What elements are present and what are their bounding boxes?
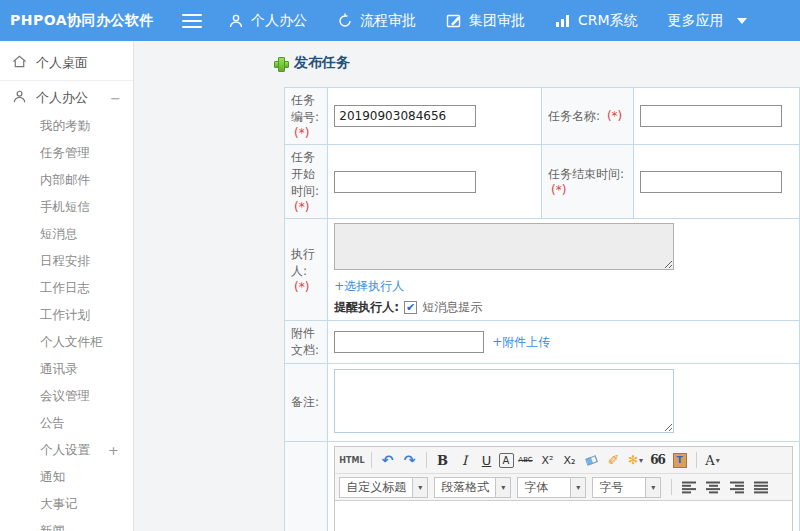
task-name-label-cell: 任务名称: (*) [542, 88, 634, 145]
sidebar-item-task-management[interactable]: 任务管理 [0, 140, 133, 167]
required-mark: (*) [294, 126, 309, 140]
sidebar-group-personal-office[interactable]: 个人办公 − [0, 83, 133, 113]
sidebar-item-personal-settings[interactable]: 个人设置 + [0, 437, 133, 464]
edit-icon [446, 13, 462, 29]
task-name-input-cell [633, 88, 799, 145]
task-name-input[interactable] [640, 105, 782, 127]
sidebar-item-short-message[interactable]: 短消息 [0, 221, 133, 248]
remark-label-cell: 备注: [285, 364, 328, 442]
nav-item-workflow-approval[interactable]: 流程审批 [337, 12, 416, 30]
chevron-down-icon: ▾ [495, 478, 510, 497]
attachment-input[interactable] [334, 331, 484, 353]
format-brush-icon[interactable]: ✐ [604, 450, 624, 470]
attachment-cell: +附件上传 [328, 321, 800, 364]
superscript-button[interactable]: X² [538, 450, 558, 470]
align-justify-icon[interactable] [750, 477, 772, 497]
description-label-cell: 任务描述: (*) [285, 442, 328, 531]
editor-toolbar-row-1: HTML ↶ ↷ B I U A ABC X² X₂ [335, 447, 792, 474]
executor-textarea[interactable] [334, 223, 674, 270]
start-time-label-cell: 任务开始时间: (*) [285, 145, 328, 219]
sidebar-item-internal-mail[interactable]: 内部邮件 [0, 167, 133, 194]
remark-textarea[interactable] [334, 369, 674, 433]
expand-icon[interactable]: + [108, 443, 119, 458]
sidebar-item-sms[interactable]: 手机短信 [0, 194, 133, 221]
home-icon [12, 54, 27, 72]
underline-button[interactable]: U [477, 450, 497, 470]
redo-icon[interactable]: ↷ [400, 450, 420, 470]
executor-label-cell: 执行人: (*) [285, 219, 328, 321]
sidebar-item-meeting[interactable]: 会议管理 [0, 383, 133, 410]
required-mark: (*) [551, 183, 566, 197]
main-content: 发布任务 任务编号: (*) 任务名称: (*) [134, 41, 800, 531]
eraser-icon[interactable] [582, 450, 602, 470]
align-center-icon[interactable] [702, 477, 724, 497]
rich-text-editor: HTML ↶ ↷ B I U A ABC X² X₂ [334, 446, 793, 531]
sidebar-item-desktop[interactable]: 个人桌面 [0, 48, 133, 78]
font-style-button[interactable]: A [499, 453, 514, 468]
html-source-button[interactable]: HTML [339, 450, 364, 470]
sms-remind-label: 短消息提示 [422, 299, 482, 316]
font-color-button[interactable]: A▾ [703, 450, 723, 470]
align-left-icon[interactable] [678, 477, 700, 497]
required-mark: (*) [294, 280, 309, 294]
nav-item-crm[interactable]: CRM系统 [555, 12, 638, 30]
sidebar-item-announcement[interactable]: 公告 [0, 410, 133, 437]
sidebar-item-news[interactable]: 新闻 [0, 518, 133, 531]
process-icon [337, 13, 353, 29]
task-no-input-cell [328, 88, 542, 145]
font-size-dropdown[interactable]: 字号 ▾ [592, 477, 661, 498]
undo-icon[interactable]: ↶ [378, 450, 398, 470]
chevron-down-icon [737, 18, 747, 24]
sms-remind-checkbox[interactable]: ✔ [404, 301, 417, 314]
font-family-dropdown[interactable]: 字体 ▾ [517, 477, 586, 498]
description-editor-cell: HTML ↶ ↷ B I U A ABC X² X₂ [328, 442, 800, 531]
publish-task-form: 任务编号: (*) 任务名称: (*) 任务开始时间: (*) [284, 87, 800, 531]
italic-button[interactable]: I [455, 450, 475, 470]
nav-item-personal-office[interactable]: 个人办公 [228, 12, 307, 30]
editor-toolbar-row-2: 自定义标题 ▾ 段落格式 ▾ 字体 ▾ [335, 474, 792, 501]
end-time-input[interactable] [640, 171, 782, 193]
top-navbar: PHPOA协同办公软件 个人办公 流程审批 集团审批 [0, 0, 800, 41]
sidebar-item-milestones[interactable]: 大事记 [0, 491, 133, 518]
blockquote-button[interactable]: 66 [648, 450, 668, 470]
sidebar-item-file-cabinet[interactable]: 个人文件柜 [0, 329, 133, 356]
magic-wand-icon[interactable]: ✻▾ [626, 450, 646, 470]
sidebar-item-notification[interactable]: 通知 [0, 464, 133, 491]
end-time-label-cell: 任务结束时间: (*) [542, 145, 634, 219]
sidebar-item-attendance[interactable]: 我的考勤 [0, 113, 133, 140]
start-time-input-cell [328, 145, 542, 219]
sidebar-item-schedule[interactable]: 日程安排 [0, 248, 133, 275]
align-right-icon[interactable] [726, 477, 748, 497]
divider [0, 80, 133, 81]
executor-cell: +选择执行人 提醒执行人: ✔ 短消息提示 [328, 219, 800, 321]
bar-chart-icon [555, 13, 571, 29]
menu-toggle-icon[interactable] [182, 14, 202, 28]
nav-item-more-apps[interactable]: 更多应用 [668, 12, 747, 30]
divider [696, 452, 697, 468]
person-icon [12, 89, 27, 107]
required-mark: (*) [294, 200, 309, 214]
app-logo: PHPOA协同办公软件 [0, 12, 182, 30]
remark-cell [328, 364, 800, 442]
collapse-icon[interactable]: − [110, 91, 121, 106]
paragraph-format-dropdown[interactable]: 段落格式 ▾ [434, 477, 511, 498]
attachment-upload-link[interactable]: +附件上传 [492, 334, 550, 351]
task-no-input[interactable] [334, 105, 476, 127]
sidebar: 个人桌面 个人办公 − 我的考勤 任务管理 内部邮件 手机短信 短消息 日程安排… [0, 41, 134, 531]
chevron-down-icon: ▾ [412, 478, 427, 497]
bold-button[interactable]: B [433, 450, 453, 470]
description-editor-area[interactable] [335, 501, 792, 531]
sidebar-item-contacts[interactable]: 通讯录 [0, 356, 133, 383]
sidebar-item-work-plan[interactable]: 工作计划 [0, 302, 133, 329]
choose-executor-link[interactable]: +选择执行人 [334, 279, 404, 293]
sidebar-item-work-log[interactable]: 工作日志 [0, 275, 133, 302]
paste-icon[interactable]: T [670, 450, 690, 470]
nav-item-group-approval[interactable]: 集团审批 [446, 12, 525, 30]
strikethrough-button[interactable]: ABC [516, 450, 536, 470]
plus-icon [274, 57, 287, 70]
required-mark: (*) [607, 109, 622, 123]
subscript-button[interactable]: X₂ [560, 450, 580, 470]
start-time-input[interactable] [334, 171, 476, 193]
custom-heading-dropdown[interactable]: 自定义标题 ▾ [339, 477, 428, 498]
divider [671, 479, 672, 495]
